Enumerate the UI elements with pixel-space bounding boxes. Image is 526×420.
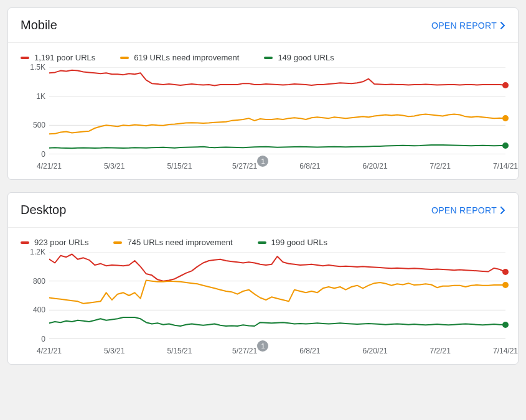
series-end-dot-poor [502, 82, 509, 88]
series-end-dot-good [502, 142, 509, 149]
series-line-improve [49, 281, 505, 304]
card-title: Mobile [21, 18, 57, 32]
y-tick-label: 400 [33, 306, 45, 314]
plot-svg [49, 67, 505, 154]
legend-item-poor: 1,191 poor URLs [21, 53, 95, 62]
x-tick-label: 7/2/21 [430, 162, 451, 170]
y-tick-label: 0 [41, 335, 45, 343]
x-tick-label: 5/27/21 [232, 162, 257, 170]
legend-swatch [264, 57, 273, 59]
legend-item-good: 199 good URLs [258, 238, 327, 247]
series-end-dot-improve [502, 115, 509, 121]
legend-swatch [113, 241, 122, 244]
x-tick-label: 4/21/21 [37, 347, 62, 355]
x-tick-label: 6/8/21 [299, 162, 320, 170]
x-tick-label: 7/2/21 [430, 347, 451, 355]
legend-swatch [21, 57, 29, 59]
y-tick-label: 800 [33, 277, 45, 286]
x-axis-labels: 4/21/215/3/215/15/215/27/216/8/216/20/21… [49, 159, 505, 173]
legend-swatch [258, 241, 266, 244]
legend-label: 199 good URLs [271, 238, 327, 247]
x-axis-labels: 4/21/215/3/215/15/215/27/216/8/216/20/21… [49, 344, 505, 358]
legend-item-improve: 745 URLs need improvement [113, 238, 232, 247]
x-tick-label: 5/27/21 [232, 347, 257, 355]
chart: 05001K1.5K14/21/215/3/215/15/215/27/216/… [8, 67, 518, 173]
y-axis-labels: 04008001.2K [21, 252, 45, 339]
y-tick-label: 0 [41, 150, 45, 159]
legend-item-poor: 923 poor URLs [21, 238, 88, 247]
open-report-label: OPEN REPORT [431, 205, 497, 215]
series-end-dot-poor [502, 269, 509, 275]
chart: 04008001.2K14/21/215/3/215/15/215/27/216… [8, 252, 518, 358]
card-header: DesktopOPEN REPORT [8, 193, 518, 228]
legend-label: 619 URLs need improvement [134, 53, 239, 62]
y-tick-label: 500 [33, 121, 45, 129]
legend-label: 149 good URLs [278, 53, 334, 62]
plot-area: 1 [49, 252, 505, 339]
legend: 923 poor URLs745 URLs need improvement19… [8, 228, 518, 252]
y-tick-label: 1.2K [30, 248, 45, 256]
x-tick-label: 6/8/21 [299, 347, 320, 355]
series-end-dot-good [502, 322, 509, 328]
plot-svg [49, 252, 505, 339]
x-tick-label: 6/20/21 [363, 347, 388, 355]
series-end-dot-improve [502, 282, 509, 288]
y-tick-label: 1K [36, 92, 45, 101]
mobile-card: MobileOPEN REPORT1,191 poor URLs619 URLs… [7, 7, 519, 180]
desktop-card: DesktopOPEN REPORT923 poor URLs745 URLs … [7, 192, 519, 365]
legend-item-good: 149 good URLs [264, 53, 334, 62]
legend-swatch [21, 241, 29, 244]
series-line-poor [49, 70, 505, 86]
legend-label: 745 URLs need improvement [127, 238, 232, 247]
open-report-link[interactable]: OPEN REPORT [431, 21, 505, 30]
card-header: MobileOPEN REPORT [8, 8, 518, 43]
series-line-poor [49, 254, 505, 281]
y-tick-label: 1.5K [30, 63, 45, 72]
x-tick-label: 6/20/21 [363, 162, 388, 170]
x-tick-label: 7/14/21 [493, 162, 518, 170]
y-axis-labels: 05001K1.5K [21, 67, 45, 154]
series-line-good [49, 317, 505, 326]
chevron-right-icon [500, 22, 505, 29]
x-tick-label: 5/3/21 [104, 162, 124, 170]
x-tick-label: 5/3/21 [104, 347, 124, 355]
x-tick-label: 7/14/21 [493, 347, 518, 355]
open-report-label: OPEN REPORT [431, 21, 497, 30]
plot-area: 1 [49, 67, 505, 154]
legend-swatch [120, 57, 129, 59]
legend-label: 1,191 poor URLs [34, 53, 95, 62]
x-tick-label: 5/15/21 [167, 347, 192, 355]
legend-item-improve: 619 URLs need improvement [120, 53, 239, 62]
open-report-link[interactable]: OPEN REPORT [431, 205, 505, 215]
card-title: Desktop [21, 203, 66, 217]
legend-label: 923 poor URLs [34, 238, 88, 247]
chevron-right-icon [500, 207, 505, 214]
x-tick-label: 5/15/21 [167, 162, 192, 170]
x-tick-label: 4/21/21 [37, 162, 62, 170]
series-line-improve [49, 114, 505, 134]
series-line-good [49, 145, 505, 148]
legend: 1,191 poor URLs619 URLs need improvement… [8, 43, 518, 67]
